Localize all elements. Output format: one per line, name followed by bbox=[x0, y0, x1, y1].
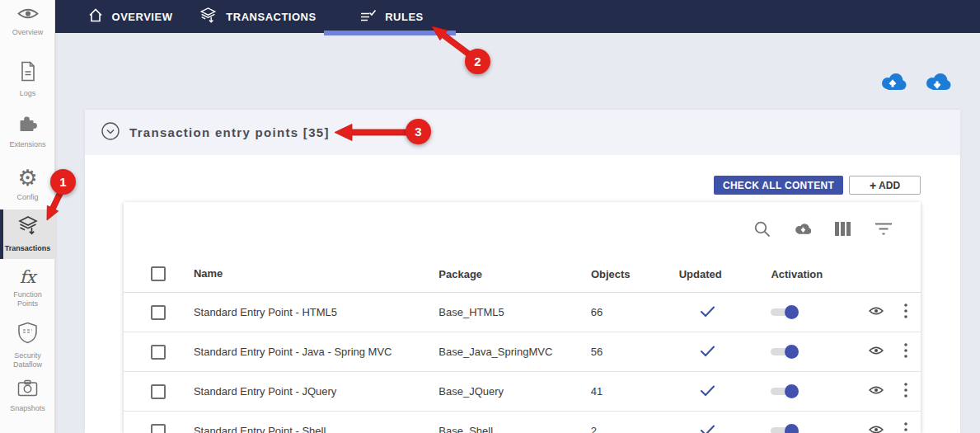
entry-points-table-card: Name Package Objects Updated Activation … bbox=[124, 202, 921, 433]
table-row: Standard Entry Point - HTML5 Base_HTML5 … bbox=[124, 293, 921, 332]
activation-toggle[interactable] bbox=[771, 384, 799, 398]
tab-rules[interactable]: RULES bbox=[326, 0, 457, 33]
eye-icon bbox=[17, 7, 39, 24]
left-sidebar: Overview Logs Extensions ⚙ Config Transa… bbox=[0, 0, 55, 433]
tab-label: RULES bbox=[385, 11, 424, 23]
cell-name: Standard Entry Point - Java - Spring MVC bbox=[194, 345, 438, 360]
sidebar-item-label: Security Dataflow bbox=[2, 351, 54, 370]
add-button[interactable]: + ADD bbox=[849, 176, 921, 195]
sidebar-item-extensions[interactable]: Extensions bbox=[0, 114, 55, 149]
activation-toggle[interactable] bbox=[771, 345, 799, 359]
table-body: Standard Entry Point - HTML5 Base_HTML5 … bbox=[124, 293, 921, 433]
row-checkbox[interactable] bbox=[151, 305, 166, 320]
filter-icon[interactable] bbox=[874, 220, 893, 238]
view-eye-icon[interactable] bbox=[869, 385, 884, 398]
layers-icon bbox=[199, 7, 218, 27]
table-toolbar bbox=[753, 202, 921, 256]
cell-objects: 56 bbox=[591, 346, 679, 358]
cloud-download-icon[interactable] bbox=[794, 220, 812, 238]
table-header-row: Name Package Objects Updated Activation bbox=[124, 256, 921, 293]
shield-icon bbox=[17, 322, 38, 347]
column-header-name: Name bbox=[194, 266, 438, 281]
column-header-package: Package bbox=[438, 268, 591, 280]
row-checkbox[interactable] bbox=[151, 424, 166, 433]
top-navigation: OVERVIEW TRANSACTIONS RULES bbox=[55, 0, 980, 33]
sidebar-item-function-points[interactable]: fx Function Points bbox=[0, 269, 55, 309]
updated-check-icon bbox=[700, 424, 715, 433]
tab-label: OVERVIEW bbox=[112, 11, 173, 23]
cloud-upload-icon bbox=[879, 72, 907, 92]
kebab-menu-icon[interactable] bbox=[904, 422, 907, 433]
table-row: Standard Entry Point - Shell Base_Shell … bbox=[124, 412, 921, 433]
check-all-content-button[interactable]: CHECK ALL CONTENT bbox=[714, 176, 843, 195]
cell-package: Base_HTML5 bbox=[438, 306, 591, 318]
sidebar-item-label: Snapshots bbox=[10, 404, 45, 413]
cell-name: Standard Entry Point - HTML5 bbox=[194, 305, 438, 320]
cell-objects: 2 bbox=[591, 425, 679, 433]
view-eye-icon[interactable] bbox=[869, 306, 884, 318]
cell-objects: 41 bbox=[591, 385, 679, 398]
tab-label: TRANSACTIONS bbox=[226, 11, 316, 23]
section-header: Transaction entry points [35] bbox=[85, 110, 960, 155]
view-eye-icon[interactable] bbox=[869, 425, 884, 433]
sidebar-item-label: Function Points bbox=[2, 290, 54, 309]
rules-panel: Transaction entry points [35] CHECK ALL … bbox=[85, 110, 960, 433]
puzzle-icon bbox=[17, 114, 38, 136]
fx-icon: fx bbox=[20, 269, 36, 286]
cell-package: Base_JQuery bbox=[438, 385, 591, 398]
column-header-updated: Updated bbox=[679, 268, 771, 280]
row-checkbox[interactable] bbox=[151, 384, 166, 399]
column-header-objects: Objects bbox=[591, 268, 679, 280]
section-title: Transaction entry points [35] bbox=[129, 125, 330, 139]
sidebar-item-security-dataflow[interactable]: Security Dataflow bbox=[0, 322, 55, 370]
sidebar-item-label: Transactions bbox=[5, 244, 51, 253]
annotation-circle-2: 2 bbox=[465, 49, 490, 74]
annotation-circle-3: 3 bbox=[406, 119, 431, 144]
updated-check-icon bbox=[700, 345, 715, 360]
sidebar-item-label: Config bbox=[16, 193, 38, 202]
table-row: Standard Entry Point - JQuery Base_JQuer… bbox=[124, 372, 921, 412]
active-tab-indicator bbox=[324, 31, 456, 35]
row-checkbox[interactable] bbox=[151, 345, 166, 360]
annotation-circle-1: 1 bbox=[50, 169, 76, 195]
select-all-checkbox[interactable] bbox=[151, 266, 166, 281]
chevron-down-circle-icon[interactable] bbox=[101, 122, 120, 144]
cell-name: Standard Entry Point - Shell bbox=[194, 424, 438, 433]
kebab-menu-icon[interactable] bbox=[904, 343, 907, 360]
cloud-upload-button[interactable] bbox=[879, 72, 907, 92]
tab-overview[interactable]: OVERVIEW bbox=[70, 0, 190, 33]
activation-toggle[interactable] bbox=[771, 305, 799, 319]
gear-icon: ⚙ bbox=[17, 167, 37, 189]
sidebar-item-logs[interactable]: Logs bbox=[0, 61, 55, 98]
sidebar-item-overview[interactable]: Overview bbox=[0, 7, 55, 37]
camera-icon bbox=[17, 379, 38, 400]
kebab-menu-icon[interactable] bbox=[904, 304, 907, 321]
document-icon bbox=[20, 61, 36, 85]
columns-icon[interactable] bbox=[834, 220, 852, 238]
activation-toggle[interactable] bbox=[771, 424, 799, 433]
table-row: Standard Entry Point - Java - Spring MVC… bbox=[124, 332, 921, 372]
sidebar-item-label: Extensions bbox=[9, 140, 45, 149]
sidebar-item-config[interactable]: ⚙ Config bbox=[0, 167, 55, 202]
sidebar-item-label: Overview bbox=[12, 28, 44, 37]
sidebar-item-snapshots[interactable]: Snapshots bbox=[0, 379, 55, 413]
search-icon[interactable] bbox=[753, 220, 771, 238]
view-eye-icon[interactable] bbox=[869, 346, 884, 358]
kebab-menu-icon[interactable] bbox=[904, 383, 907, 400]
cloud-download-button[interactable] bbox=[923, 72, 951, 92]
cell-objects: 66 bbox=[591, 306, 679, 318]
add-button-label: ADD bbox=[879, 180, 900, 191]
tab-transactions[interactable]: TRANSACTIONS bbox=[190, 0, 326, 33]
sidebar-item-transactions[interactable]: Transactions bbox=[0, 209, 55, 259]
cell-package: Base_Java_SpringMVC bbox=[438, 346, 591, 358]
layers-icon bbox=[16, 215, 40, 240]
cloud-download-icon bbox=[923, 72, 951, 92]
sidebar-item-label: Logs bbox=[20, 89, 36, 98]
rules-checklist-icon bbox=[359, 7, 377, 26]
column-header-activation: Activation bbox=[771, 268, 861, 280]
plus-icon: + bbox=[870, 180, 876, 191]
cell-package: Base_Shell bbox=[438, 425, 591, 433]
updated-check-icon bbox=[700, 384, 715, 399]
updated-check-icon bbox=[700, 305, 715, 320]
home-icon bbox=[87, 7, 104, 26]
